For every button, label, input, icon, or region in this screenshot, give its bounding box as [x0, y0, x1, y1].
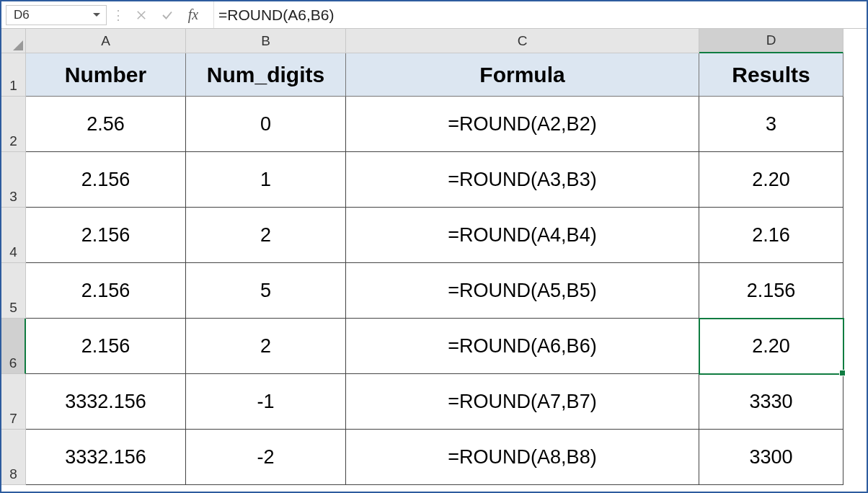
cell-d8[interactable]: 3300 [699, 430, 843, 485]
cell-c6[interactable]: =ROUND(A6,B6) [346, 319, 699, 374]
row-header-3[interactable]: 3 [1, 152, 26, 208]
select-all-corner[interactable] [1, 29, 26, 53]
row-header-1[interactable]: 1 [1, 53, 26, 97]
cell-c7[interactable]: =ROUND(A7,B7) [346, 374, 699, 430]
cell-c8[interactable]: =ROUND(A8,B8) [346, 430, 699, 485]
cell-d1[interactable]: Results [699, 53, 843, 97]
cell-b7[interactable]: -1 [186, 374, 346, 430]
name-box-value: D6 [14, 8, 30, 22]
confirm-formula-button[interactable] [154, 1, 180, 28]
cell-a2[interactable]: 2.56 [26, 97, 186, 152]
row-header-4[interactable]: 4 [1, 208, 26, 263]
col-header-b[interactable]: B [186, 29, 346, 53]
cancel-formula-button[interactable] [128, 1, 154, 28]
cell-b1[interactable]: Num_digits [186, 53, 346, 97]
close-icon [135, 9, 148, 22]
formula-input[interactable]: =ROUND(A6,B6) [213, 1, 867, 28]
cell-a7[interactable]: 3332.156 [26, 374, 186, 430]
cell-b8[interactable]: -2 [186, 430, 346, 485]
formula-bar: D6 ⋮ fx =ROUND(A6,B6) [1, 1, 867, 29]
divider-icon: ⋮ [115, 4, 120, 26]
cell-d4[interactable]: 2.16 [699, 208, 843, 263]
col-header-a[interactable]: A [26, 29, 186, 53]
cell-a5[interactable]: 2.156 [26, 263, 186, 319]
insert-function-button[interactable]: fx [180, 1, 206, 28]
sheet-area: A B C D 1 2 3 4 5 6 7 8 Number Num_digit… [1, 29, 867, 492]
row-header-8[interactable]: 8 [1, 430, 26, 485]
cell-b2[interactable]: 0 [186, 97, 346, 152]
name-box[interactable]: D6 [6, 5, 107, 25]
cell-c1[interactable]: Formula [346, 53, 699, 97]
chevron-down-icon[interactable] [93, 13, 100, 17]
check-icon [161, 9, 174, 22]
cell-d5[interactable]: 2.156 [699, 263, 843, 319]
cell-d3[interactable]: 2.20 [699, 152, 843, 208]
fx-label: fx [188, 6, 198, 23]
row-header-7[interactable]: 7 [1, 374, 26, 430]
cell-b4[interactable]: 2 [186, 208, 346, 263]
col-header-c[interactable]: C [346, 29, 699, 53]
cell-d2[interactable]: 3 [699, 97, 843, 152]
cell-b6[interactable]: 2 [186, 319, 346, 374]
cell-d6[interactable]: 2.20 [699, 319, 843, 374]
cell-c4[interactable]: =ROUND(A4,B4) [346, 208, 699, 263]
cell-b5[interactable]: 5 [186, 263, 346, 319]
cell-a3[interactable]: 2.156 [26, 152, 186, 208]
row-header-5[interactable]: 5 [1, 263, 26, 319]
formula-value: =ROUND(A6,B6) [218, 6, 334, 24]
cell-c5[interactable]: =ROUND(A5,B5) [346, 263, 699, 319]
row-header-2[interactable]: 2 [1, 97, 26, 152]
cell-b3[interactable]: 1 [186, 152, 346, 208]
cell-c3[interactable]: =ROUND(A3,B3) [346, 152, 699, 208]
cell-a6[interactable]: 2.156 [26, 319, 186, 374]
cell-d7[interactable]: 3330 [699, 374, 843, 430]
cell-c2[interactable]: =ROUND(A2,B2) [346, 97, 699, 152]
cell-a4[interactable]: 2.156 [26, 208, 186, 263]
cell-a8[interactable]: 3332.156 [26, 430, 186, 485]
col-header-d[interactable]: D [699, 29, 843, 53]
row-header-6[interactable]: 6 [1, 319, 26, 374]
cell-a1[interactable]: Number [26, 53, 186, 97]
